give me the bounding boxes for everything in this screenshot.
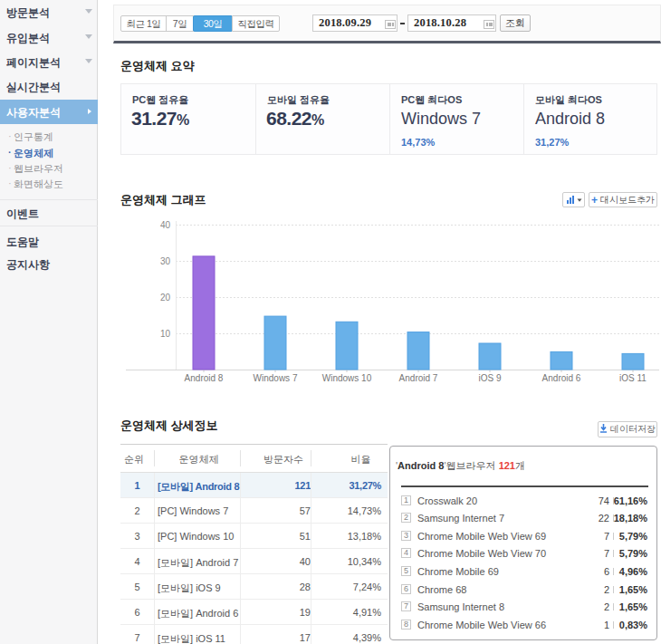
svg-text:Windows 7: Windows 7 [254,373,298,383]
svg-text:20: 20 [160,293,171,303]
svg-text:iOS 9: iOS 9 [478,373,501,383]
svg-text:iOS 11: iOS 11 [619,373,647,383]
svg-text:Android 7: Android 7 [399,373,438,383]
svg-text:Android 8: Android 8 [185,373,224,383]
svg-text:Windows 10: Windows 10 [322,373,372,383]
svg-text:40: 40 [160,220,171,230]
svg-text:10: 10 [160,329,171,339]
svg-text:30: 30 [160,256,171,266]
svg-text:Android 6: Android 6 [542,373,581,383]
